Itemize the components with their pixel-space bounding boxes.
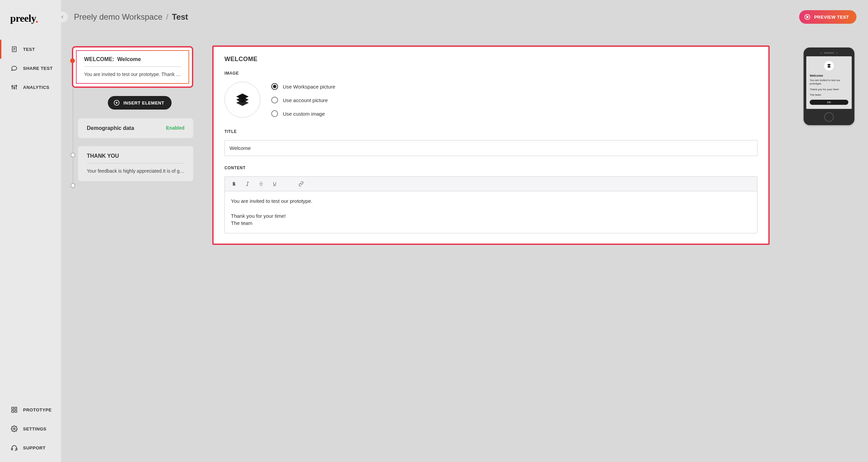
radio-use-account-picture[interactable]: Use account picture [271, 97, 335, 103]
gear-icon [11, 425, 18, 432]
radio-use-custom-image[interactable]: Use custom image [271, 110, 335, 117]
underline-button[interactable] [271, 180, 278, 188]
svg-rect-16 [16, 448, 17, 450]
breadcrumb: Preely demo Workspace / Test [74, 12, 188, 22]
title-input[interactable] [224, 140, 757, 156]
rte-toolbar [225, 177, 757, 191]
card-prefix: WELCOME: [84, 56, 114, 62]
strike-button[interactable] [257, 180, 265, 188]
content-editor: You are invited to test our prototype. T… [224, 176, 757, 233]
svg-line-27 [247, 182, 248, 186]
svg-rect-13 [15, 410, 17, 412]
editor-panel: WELCOME IMAGE Use Workspace picture [212, 45, 770, 245]
svg-rect-10 [12, 407, 14, 409]
nav-label: PROTOTYPE [23, 407, 52, 412]
phone-screen: Welcome You are invited to test our prot… [806, 56, 852, 109]
sidebar: preely. TEST SHARE TEST ANALYTICS PROTOT… [0, 0, 61, 462]
timeline-marker-welcome [70, 58, 75, 63]
radio-icon [271, 83, 278, 90]
phone-preview: Welcome You are invited to test our prot… [804, 47, 854, 125]
layers-icon [827, 63, 831, 68]
bold-icon [231, 181, 237, 187]
svg-point-5 [12, 86, 13, 87]
preview-column: Welcome You are invited to test our prot… [783, 34, 868, 462]
insert-element-button[interactable]: INSERT ELEMENT [108, 96, 172, 110]
phone-line2: Thank you for your time! [810, 88, 848, 91]
timeline-card-demographic[interactable]: Demographic data Enabled [78, 118, 193, 138]
chat-icon [11, 65, 18, 72]
nav-item-share-test[interactable]: SHARE TEST [0, 59, 61, 78]
nav-bottom-group: PROTOTYPE SETTINGS SUPPORT [0, 400, 61, 462]
nav-top-group: TEST SHARE TEST ANALYTICS [0, 40, 61, 97]
svg-rect-15 [12, 448, 13, 450]
card-title: THANK YOU [87, 153, 119, 159]
topbar: Preely demo Workspace / Test PREVIEW TES… [61, 0, 868, 34]
strikethrough-icon [258, 181, 264, 187]
editor-column: WELCOME IMAGE Use Workspace picture [202, 34, 783, 462]
main: Preely demo Workspace / Test PREVIEW TES… [61, 0, 868, 462]
svg-marker-31 [827, 66, 831, 68]
phone-home-button [824, 112, 834, 122]
radio-label: Use Workspace picture [283, 84, 335, 90]
svg-point-9 [16, 85, 17, 86]
italic-button[interactable] [244, 180, 251, 188]
phone-title: Welcome [810, 74, 848, 77]
nav-label: ANALYTICS [23, 85, 50, 90]
timeline-card-thankyou[interactable]: THANK YOU Your feedback is highly apprec… [78, 146, 193, 181]
content-textarea[interactable]: You are invited to test our prototype. T… [225, 191, 757, 233]
image-radio-group: Use Workspace picture Use account pictur… [271, 82, 335, 117]
nav-label: SHARE TEST [23, 66, 53, 71]
svg-point-14 [14, 428, 15, 430]
radio-icon [271, 110, 278, 117]
image-preview [224, 82, 260, 118]
image-label: IMAGE [224, 71, 757, 76]
radio-use-workspace-picture[interactable]: Use Workspace picture [271, 83, 335, 90]
card-body: You are invited to test our prototype. T… [84, 72, 181, 77]
timeline-card-welcome[interactable]: WELCOME: Welcome You are invited to test… [72, 46, 193, 88]
card-body: Your feedback is highly appreciated.It i… [87, 168, 184, 174]
plus-circle-icon [113, 99, 120, 106]
phone-ok-button: OK [810, 100, 848, 105]
logo: preely. [0, 7, 61, 40]
bold-button[interactable] [230, 180, 238, 188]
svg-rect-12 [12, 410, 14, 412]
play-circle-icon [804, 14, 811, 20]
grid-icon [11, 406, 18, 413]
timeline-marker-thankyou [71, 183, 75, 188]
link-icon [298, 181, 304, 187]
svg-rect-11 [15, 407, 17, 409]
content-label: CONTENT [224, 166, 757, 170]
phone-logo [824, 61, 834, 71]
card-title: Demographic data [87, 125, 134, 131]
link-button[interactable] [297, 180, 305, 188]
sliders-icon [11, 84, 18, 91]
underline-icon [272, 181, 277, 187]
radio-label: Use custom image [283, 111, 325, 117]
breadcrumb-sep: / [166, 12, 169, 21]
title-label: TITLE [224, 129, 757, 134]
preview-test-button[interactable]: PREVIEW TEST [799, 10, 856, 24]
nav-item-analytics[interactable]: ANALYTICS [0, 78, 61, 97]
nav-item-prototype[interactable]: PROTOTYPE [0, 400, 61, 419]
svg-point-7 [14, 88, 15, 89]
breadcrumb-current: Test [172, 12, 188, 21]
nav-item-settings[interactable]: SETTINGS [0, 419, 61, 438]
headset-icon [11, 444, 18, 451]
svg-marker-30 [827, 64, 831, 66]
timeline-column: WELCOME: Welcome You are invited to test… [61, 34, 202, 462]
card-title: Welcome [117, 56, 141, 62]
nav-label: TEST [23, 47, 35, 52]
nav-item-support[interactable]: SUPPORT [0, 438, 61, 457]
italic-icon [245, 181, 250, 187]
nav-label: SUPPORT [23, 445, 45, 450]
breadcrumb-workspace[interactable]: Preely demo Workspace [74, 12, 162, 21]
status-badge: Enabled [166, 125, 184, 131]
timeline-marker-demo [71, 153, 75, 157]
radio-label: Use account picture [283, 97, 328, 103]
phone-line3: The team [810, 93, 848, 97]
nav-item-test[interactable]: TEST [0, 40, 61, 59]
doc-icon [11, 46, 18, 53]
editor-heading: WELCOME [224, 56, 757, 63]
layers-icon [235, 92, 250, 107]
phone-line1: You are invited to test our prototype. [810, 79, 848, 86]
